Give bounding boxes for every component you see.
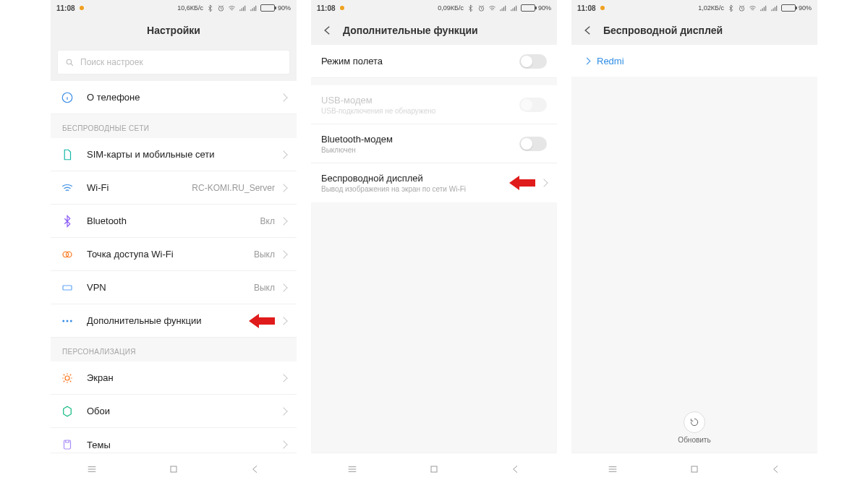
signal-icon (760, 4, 767, 12)
status-time: 11:08 (577, 4, 596, 12)
nav-recent-button[interactable] (84, 461, 100, 477)
chevron-right-icon (279, 407, 287, 415)
nav-bar (51, 453, 297, 484)
row-hotspot[interactable]: Точка доступа Wi-Fi Выкл (51, 238, 297, 271)
alarm-icon (217, 4, 225, 12)
row-label: USB-модем (321, 95, 519, 106)
phone-wireless-display: 11:08 1,02КБ/с 90% Беспроводной дисплей … (571, 0, 817, 484)
alarm-icon (477, 4, 485, 12)
chevron-right-icon (279, 184, 287, 192)
row-label: Bluetooth (87, 215, 260, 226)
back-button[interactable] (321, 24, 334, 37)
status-netspeed: 0,09КБ/с (438, 4, 464, 12)
row-label: Wi-Fi (87, 182, 192, 193)
row-wireless-display[interactable]: Беспроводной дисплей Вывод изображения н… (311, 163, 557, 202)
nav-recent-button[interactable] (605, 461, 621, 477)
row-label: Обои (87, 406, 281, 416)
info-icon (61, 91, 74, 104)
themes-icon (61, 438, 74, 451)
row-airplane[interactable]: Режим полета (311, 45, 557, 78)
status-bar: 11:08 1,02КБ/с 90% (571, 0, 817, 16)
wifi-icon (488, 4, 496, 12)
refresh-button[interactable] (684, 411, 705, 433)
page-title: Настройки (147, 25, 200, 36)
nav-bar (571, 453, 817, 484)
status-bar: 11:08 0,09КБ/с 90% (311, 0, 557, 16)
nav-back-button[interactable] (247, 461, 263, 477)
chevron-right-icon (279, 440, 287, 448)
signal-icon (510, 4, 518, 12)
row-sublabel: USB-подключения не обнаружено (321, 107, 519, 115)
row-label: Bluetooth-модем (321, 134, 519, 145)
status-time: 11:08 (317, 4, 336, 12)
more-icon (61, 314, 74, 328)
signal-icon (770, 4, 778, 12)
nav-back-button[interactable] (508, 461, 524, 477)
signal-icon (499, 4, 507, 12)
battery-pct: 90% (538, 4, 551, 12)
row-sublabel: Вывод изображения на экран по сети Wi-Fi (321, 185, 541, 193)
vpn-icon (61, 281, 74, 294)
chevron-right-icon (279, 217, 287, 225)
wifi-icon (61, 181, 74, 194)
search-icon (65, 58, 75, 67)
battery-icon (521, 4, 535, 12)
row-sim[interactable]: SIM-карты и мобильные сети (51, 138, 297, 171)
status-time: 11:08 (56, 4, 75, 12)
nav-back-button[interactable] (768, 461, 784, 477)
phone-settings: 11:08 10,6КБ/с 90% Настройки Поиск настр… (51, 0, 297, 484)
refresh-label: Обновить (678, 436, 710, 444)
header: Беспроводной дисплей (571, 16, 817, 45)
wifi-icon (749, 4, 757, 12)
section-wireless: БЕСПРОВОДНЫЕ СЕТИ (51, 114, 297, 138)
nav-home-button[interactable] (686, 461, 702, 477)
toggle-usb (519, 98, 547, 112)
battery-icon (260, 4, 275, 12)
row-usb-modem: USB-модем USB-подключения не обнаружено (311, 85, 557, 124)
row-label: Дополнительные функции (87, 315, 281, 326)
nav-home-button[interactable] (426, 461, 442, 477)
row-display[interactable]: Экран (51, 361, 297, 395)
search-input[interactable]: Поиск настроек (58, 51, 289, 74)
row-wallpaper[interactable]: Обои (51, 395, 297, 428)
row-bluetooth[interactable]: Bluetooth Вкл (51, 205, 297, 238)
battery-pct: 90% (278, 4, 291, 12)
status-bar: 11:08 10,6КБ/с 90% (51, 0, 297, 16)
chevron-right-icon (279, 374, 287, 382)
row-value: Выкл (254, 283, 275, 293)
svg-rect-15 (692, 466, 697, 472)
nav-recent-button[interactable] (344, 461, 360, 477)
back-button[interactable] (582, 24, 595, 37)
display-icon (61, 372, 74, 385)
row-label: VPN (87, 282, 254, 293)
bluetooth-icon (727, 4, 735, 12)
svg-rect-10 (64, 440, 71, 449)
battery-pct: 90% (799, 4, 812, 12)
row-device-redmi[interactable]: Redmi (571, 45, 817, 77)
row-wifi[interactable]: Wi-Fi RC-KOMI.RU_Server (51, 171, 297, 205)
row-value: Выкл (254, 249, 275, 260)
nav-home-button[interactable] (166, 461, 182, 477)
wifi-icon (228, 4, 236, 12)
row-value: Вкл (260, 216, 275, 226)
toggle-bt-modem[interactable] (519, 137, 547, 151)
signal-icon (239, 4, 247, 12)
row-more-functions[interactable]: Дополнительные функции (51, 304, 297, 338)
row-bt-modem[interactable]: Bluetooth-модем Выключен (311, 124, 557, 163)
svg-point-1 (67, 59, 72, 64)
row-about-phone[interactable]: О телефоне (51, 81, 297, 114)
svg-point-9 (65, 376, 69, 380)
chevron-right-icon (279, 250, 287, 258)
toggle-airplane[interactable] (519, 54, 547, 69)
row-themes[interactable]: Темы (51, 428, 297, 453)
chevron-right-icon (279, 317, 287, 325)
svg-point-7 (67, 320, 69, 322)
svg-rect-13 (431, 466, 437, 472)
battery-icon (781, 4, 796, 12)
header: Дополнительные функции (311, 16, 557, 45)
hotspot-icon (61, 248, 74, 261)
row-vpn[interactable]: VPN Выкл (51, 271, 297, 304)
svg-rect-11 (171, 466, 176, 472)
nav-bar (311, 453, 557, 484)
header: Настройки (51, 16, 297, 45)
